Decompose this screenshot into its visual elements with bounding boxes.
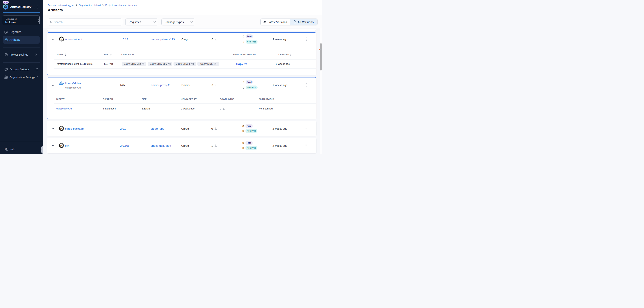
svg-text:R: R — [60, 37, 63, 41]
svg-text:R: R — [60, 127, 62, 130]
svg-text:?: ? — [6, 148, 6, 150]
svg-text:R: R — [60, 144, 62, 147]
